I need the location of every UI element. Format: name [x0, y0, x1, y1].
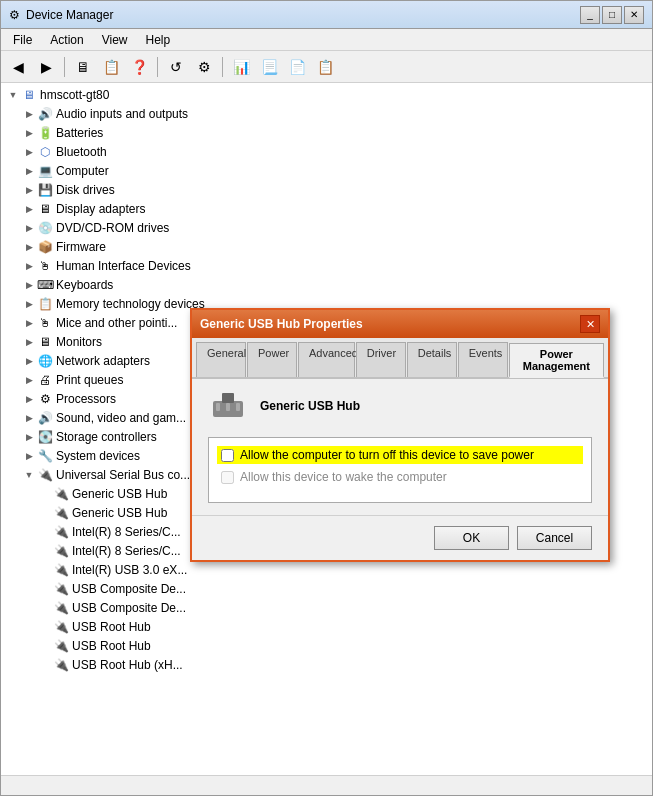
device-header: Generic USB Hub: [208, 391, 592, 421]
device-name: Generic USB Hub: [260, 399, 360, 413]
dialog-close-button[interactable]: ✕: [580, 315, 600, 333]
tab-details[interactable]: Details: [407, 342, 457, 377]
power-management-section: Allow the computer to turn off this devi…: [208, 437, 592, 503]
ok-button[interactable]: OK: [434, 526, 509, 550]
allow-turn-off-label: Allow the computer to turn off this devi…: [240, 448, 534, 462]
allow-wake-row: Allow this device to wake the computer: [221, 470, 579, 484]
dialog-title-bar: Generic USB Hub Properties ✕: [192, 310, 608, 338]
tab-power-management[interactable]: Power Management: [509, 343, 604, 378]
allow-turn-off-row: Allow the computer to turn off this devi…: [217, 446, 583, 464]
dialog-title: Generic USB Hub Properties: [200, 317, 363, 331]
cancel-button[interactable]: Cancel: [517, 526, 592, 550]
allow-turn-off-checkbox[interactable]: [221, 449, 234, 462]
tab-driver[interactable]: Driver: [356, 342, 406, 377]
svg-rect-3: [226, 403, 230, 411]
svg-rect-2: [216, 403, 220, 411]
usb-hub-svg: [208, 391, 248, 421]
allow-wake-label: Allow this device to wake the computer: [240, 470, 447, 484]
allow-wake-checkbox[interactable]: [221, 471, 234, 484]
svg-rect-1: [222, 393, 234, 403]
device-icon: [208, 391, 248, 421]
tab-power[interactable]: Power: [247, 342, 297, 377]
tab-events[interactable]: Events: [458, 342, 508, 377]
tab-general[interactable]: General: [196, 342, 246, 377]
svg-rect-4: [236, 403, 240, 411]
dialog-footer: OK Cancel: [192, 515, 608, 560]
dialog-content: Generic USB Hub Allow the computer to tu…: [192, 379, 608, 515]
dialog-tabs: General Power Advanced Driver Details Ev…: [192, 338, 608, 379]
tab-advanced[interactable]: Advanced: [298, 342, 355, 377]
dialog-overlay: Generic USB Hub Properties ✕ General Pow…: [0, 0, 653, 796]
usb-hub-properties-dialog: Generic USB Hub Properties ✕ General Pow…: [190, 308, 610, 562]
